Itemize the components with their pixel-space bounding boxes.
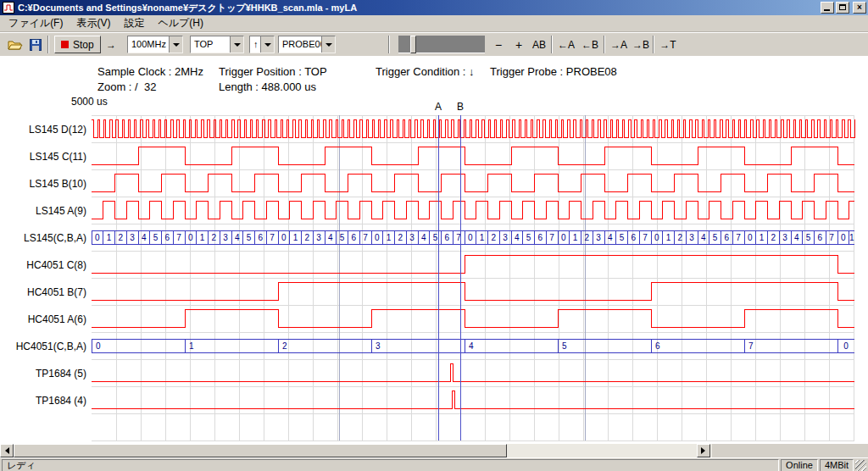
toolbar: Stop → 100MHz TOP ↑ PROBE00 − + AB ←A ←B… <box>0 32 868 57</box>
status-ready: レディ <box>2 459 779 471</box>
svg-text:7: 7 <box>176 233 181 242</box>
stop-square-icon <box>61 41 69 48</box>
channel-label: LS145 C(11) <box>0 151 86 163</box>
channel-label: TP1684 (5) <box>0 368 86 380</box>
channel-label: HC4051(C,B,A) <box>0 341 86 352</box>
svg-text:0: 0 <box>748 233 753 242</box>
scroll-right-button[interactable] <box>697 444 710 457</box>
svg-text:6: 6 <box>818 233 823 242</box>
svg-text:4: 4 <box>142 233 147 242</box>
waveform-panel: Sample Clock : 2MHz Trigger Position : T… <box>0 56 868 444</box>
svg-text:5: 5 <box>433 233 438 242</box>
right-arrow-a-icon: →A <box>610 39 627 51</box>
save-file-button[interactable] <box>25 36 46 53</box>
scroll-left-button[interactable] <box>0 444 14 457</box>
svg-text:5: 5 <box>562 341 567 351</box>
minimize-button[interactable] <box>821 2 834 14</box>
window-title: C:¥Documents and Settings¥noname¥デスクトップ¥… <box>18 2 819 14</box>
svg-text:4: 4 <box>515 233 520 242</box>
zoom-slider-handle[interactable] <box>410 36 416 53</box>
resize-grip[interactable] <box>855 460 866 471</box>
svg-text:0: 0 <box>654 233 659 242</box>
svg-text:3: 3 <box>689 233 694 242</box>
title-bar[interactable]: C:¥Documents and Settings¥noname¥デスクトップ¥… <box>0 0 868 15</box>
svg-text:1: 1 <box>293 233 298 242</box>
toolbar-separator <box>551 36 553 53</box>
svg-text:5: 5 <box>526 233 531 242</box>
svg-text:4: 4 <box>701 233 706 242</box>
bus-trace: 0123456701234567012345670123456701234567… <box>92 230 854 244</box>
channel-label: LS145 D(12) <box>0 124 86 136</box>
trigger-position-select[interactable]: TOP <box>190 36 244 53</box>
right-arrow-t-icon: →T <box>659 39 676 51</box>
ab-range-button[interactable]: AB <box>529 36 549 53</box>
svg-text:5: 5 <box>340 233 345 242</box>
chevron-down-icon[interactable] <box>321 36 335 53</box>
svg-text:A: A <box>435 101 442 113</box>
timebase-label: 5000 us <box>71 96 108 108</box>
open-file-button[interactable] <box>5 36 25 53</box>
menu-item-help[interactable]: ヘルプ(H) <box>151 14 210 32</box>
move-marker-b-button[interactable]: →B <box>631 36 651 53</box>
svg-text:6: 6 <box>538 233 543 242</box>
marker-A[interactable]: A <box>435 101 442 441</box>
waveform-trace <box>92 174 854 191</box>
goto-trigger-button[interactable]: →T <box>658 36 678 53</box>
toolbar-separator <box>47 36 49 53</box>
chevron-down-icon[interactable] <box>260 36 274 53</box>
minus-icon: − <box>495 38 502 52</box>
bus-trace: 012345670 <box>92 339 854 352</box>
svg-text:4: 4 <box>235 233 240 242</box>
h-scrollbar[interactable] <box>0 444 712 457</box>
svg-text:0: 0 <box>561 233 566 242</box>
probe-select[interactable]: PROBE00 <box>278 36 336 53</box>
toolbar-separator <box>653 36 654 53</box>
svg-text:5: 5 <box>153 233 159 242</box>
svg-text:1: 1 <box>849 233 854 242</box>
sample-clock-info: Sample Clock : 2MHz <box>97 65 203 78</box>
svg-text:6: 6 <box>445 233 450 242</box>
svg-text:2: 2 <box>212 233 217 242</box>
menu-item-settings[interactable]: 設定 <box>117 14 151 32</box>
goto-marker-b-button[interactable]: ←B <box>580 36 600 53</box>
svg-text:7: 7 <box>456 233 461 242</box>
close-icon: × <box>857 3 862 12</box>
svg-text:0: 0 <box>188 233 193 242</box>
menu-item-view[interactable]: 表示(V) <box>70 14 117 32</box>
svg-text:7: 7 <box>748 341 754 351</box>
sample-clock-select[interactable]: 100MHz <box>127 36 183 53</box>
goto-marker-a-button[interactable]: ←A <box>556 36 576 53</box>
svg-text:3: 3 <box>376 341 381 351</box>
chevron-down-icon[interactable] <box>230 36 243 53</box>
svg-text:2: 2 <box>305 233 310 242</box>
trigger-edge-select[interactable]: ↑ <box>249 36 275 53</box>
svg-text:6: 6 <box>165 233 170 242</box>
move-marker-a-button[interactable]: →A <box>609 36 629 53</box>
svg-text:6: 6 <box>725 233 730 242</box>
svg-text:7: 7 <box>549 233 554 242</box>
zoom-in-button[interactable]: + <box>510 36 527 53</box>
status-online: Online <box>781 459 818 471</box>
toolbar-separator <box>388 36 390 53</box>
trigger-position-info: Trigger Position : TOP <box>219 65 327 78</box>
svg-text:6: 6 <box>352 233 357 242</box>
right-arrow-b-icon: →B <box>632 39 649 51</box>
channel-label: HC4051 C(8) <box>0 259 86 271</box>
scroll-thumb[interactable] <box>14 444 507 457</box>
waveform-trace <box>92 147 854 164</box>
svg-text:4: 4 <box>469 341 474 351</box>
status-bar: レディ Online 4MBit <box>0 457 868 471</box>
marker-B[interactable]: B <box>457 101 464 441</box>
maximize-button[interactable] <box>836 2 849 14</box>
svg-text:5: 5 <box>713 233 718 242</box>
stop-button[interactable]: Stop <box>54 36 101 53</box>
chevron-down-icon[interactable] <box>169 36 182 53</box>
svg-text:1: 1 <box>760 233 765 242</box>
menu-item-file[interactable]: ファイル(F) <box>2 14 70 32</box>
menu-bar: ファイル(F) 表示(V) 設定 ヘルプ(H) <box>0 15 868 32</box>
run-button[interactable]: → <box>100 36 122 53</box>
zoom-out-button[interactable]: − <box>490 36 507 53</box>
close-button[interactable]: × <box>853 2 866 14</box>
svg-text:5: 5 <box>247 233 252 242</box>
waveform-trace <box>92 255 854 273</box>
